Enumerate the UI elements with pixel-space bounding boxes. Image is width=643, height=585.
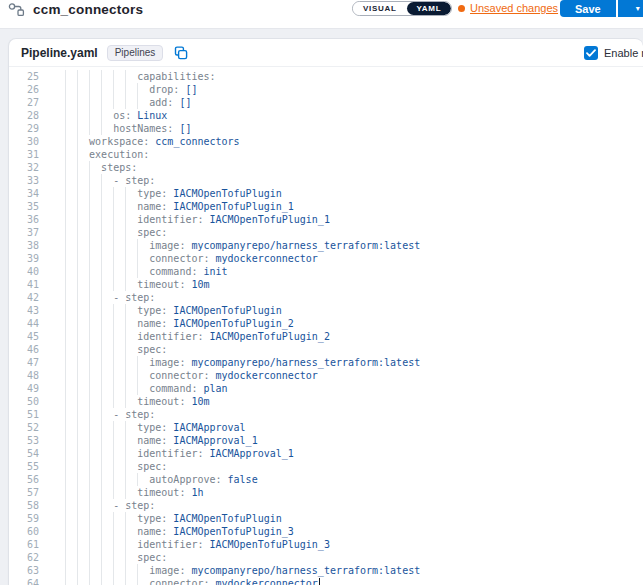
yaml-editor[interactable]: 25capabilities:26drop: []27add: []28os: … [9,67,643,585]
code-text: connector: mydockerconnector [65,577,320,585]
code-line[interactable]: 34type: IACMOpenTofuPlugin [9,187,643,200]
code-line[interactable]: 45identifier: IACMOpenTofuPlugin_2 [9,330,643,343]
code-line[interactable]: 42- step: [9,291,643,304]
code-line[interactable]: 29hostNames: [] [9,122,643,135]
line-number: 57 [9,486,39,499]
code-text: workspace: ccm_connectors [65,135,240,148]
line-number: 60 [9,525,39,538]
read-write-toggle: Enable read/ [584,39,643,67]
tab-yaml[interactable]: YAML [407,2,452,15]
line-number: 45 [9,330,39,343]
code-line[interactable]: 35name: IACMOpenTofuPlugin_1 [9,200,643,213]
code-line[interactable]: 55spec: [9,460,643,473]
code-line[interactable]: 48connector: mydockerconnector [9,369,643,382]
code-line[interactable]: 25capabilities: [9,70,643,83]
line-number: 43 [9,304,39,317]
copy-icon [174,46,188,60]
code-text: connector: mydockerconnector [65,369,318,382]
view-toggle: VISUAL YAML [352,1,452,16]
code-line[interactable]: 51- step: [9,408,643,421]
code-line[interactable]: 50timeout: 10m [9,395,643,408]
line-number: 55 [9,460,39,473]
save-split-button: Save ▾ [560,0,643,17]
code-line[interactable]: 41timeout: 10m [9,278,643,291]
code-text: - step: [65,499,155,512]
code-text: type: IACMOpenTofuPlugin [65,187,282,200]
code-text: hostNames: [] [65,122,191,135]
indent-guides [65,382,149,395]
indent-guides [65,174,113,187]
code-text: - step: [65,408,155,421]
code-line[interactable]: 36identifier: IACMOpenTofuPlugin_1 [9,213,643,226]
line-number: 42 [9,291,39,304]
code-line[interactable]: 58- step: [9,499,643,512]
indent-guides [65,460,137,473]
code-line[interactable]: 56autoApprove: false [9,473,643,486]
pipeline-title-group: ccm_connectors [8,2,143,17]
code-line[interactable]: 30workspace: ccm_connectors [9,135,643,148]
line-number: 37 [9,226,39,239]
code-text: add: [] [65,96,191,109]
code-line[interactable]: 38image: mycompanyrepo/harness_terraform… [9,239,643,252]
line-number: 53 [9,434,39,447]
unsaved-changes-link[interactable]: Unsaved changes [458,2,558,14]
top-header: ccm_connectors VISUAL YAML Unsaved chang… [0,0,643,29]
code-text: spec: [65,343,167,356]
code-text: steps: [65,161,137,174]
code-line[interactable]: 62spec: [9,551,643,564]
line-number: 38 [9,239,39,252]
indent-guides [65,434,137,447]
code-line[interactable]: 27add: [] [9,96,643,109]
tab-visual[interactable]: VISUAL [353,2,407,15]
unsaved-changes-label: Unsaved changes [470,2,558,14]
code-line[interactable]: 53name: IACMApproval_1 [9,434,643,447]
save-button[interactable]: Save [560,0,616,17]
code-text: command: plan [65,382,228,395]
code-line[interactable]: 61identifier: IACMOpenTofuPlugin_3 [9,538,643,551]
code-text: name: IACMApproval_1 [65,434,258,447]
line-number: 59 [9,512,39,525]
readwrite-checkbox[interactable] [584,46,598,60]
code-line[interactable]: 54identifier: IACMApproval_1 [9,447,643,460]
check-icon [586,49,596,57]
code-line[interactable]: 52type: IACMApproval [9,421,643,434]
code-line[interactable]: 39connector: mydockerconnector [9,252,643,265]
line-number: 44 [9,317,39,330]
code-line[interactable]: 46spec: [9,343,643,356]
indent-guides [65,226,137,239]
code-line[interactable]: 63image: mycompanyrepo/harness_terraform… [9,564,643,577]
code-line[interactable]: 59type: IACMOpenTofuPlugin [9,512,643,525]
code-line[interactable]: 26drop: [] [9,83,643,96]
code-line[interactable]: 28os: Linux [9,109,643,122]
code-text: execution: [65,148,149,161]
code-line[interactable]: 57timeout: 1h [9,486,643,499]
code-text: name: IACMOpenTofuPlugin_2 [65,317,294,330]
line-number: 46 [9,343,39,356]
code-line[interactable]: 40command: init [9,265,643,278]
code-line[interactable]: 49command: plan [9,382,643,395]
code-text: name: IACMOpenTofuPlugin_1 [65,200,294,213]
unsaved-dot-icon [458,5,465,12]
code-line[interactable]: 44name: IACMOpenTofuPlugin_2 [9,317,643,330]
indent-guides [65,447,137,460]
code-line[interactable]: 31execution: [9,148,643,161]
indent-guides [65,421,137,434]
code-line[interactable]: 32steps: [9,161,643,174]
line-number: 61 [9,538,39,551]
code-text: timeout: 10m [65,395,210,408]
code-text: image: mycompanyrepo/harness_terraform:l… [65,564,420,577]
code-line[interactable]: 47image: mycompanyrepo/harness_terraform… [9,356,643,369]
code-line[interactable]: 43type: IACMOpenTofuPlugin [9,304,643,317]
save-menu-button[interactable]: ▾ [618,0,643,17]
line-number: 41 [9,278,39,291]
copy-button[interactable] [172,44,190,62]
code-line[interactable]: 33- step: [9,174,643,187]
line-number: 30 [9,135,39,148]
code-line[interactable]: 64connector: mydockerconnector [9,577,643,585]
line-number: 47 [9,356,39,369]
code-line[interactable]: 37spec: [9,226,643,239]
line-number: 50 [9,395,39,408]
code-text: identifier: IACMOpenTofuPlugin_2 [65,330,330,343]
code-line[interactable]: 60name: IACMOpenTofuPlugin_3 [9,525,643,538]
indent-guides [65,525,137,538]
